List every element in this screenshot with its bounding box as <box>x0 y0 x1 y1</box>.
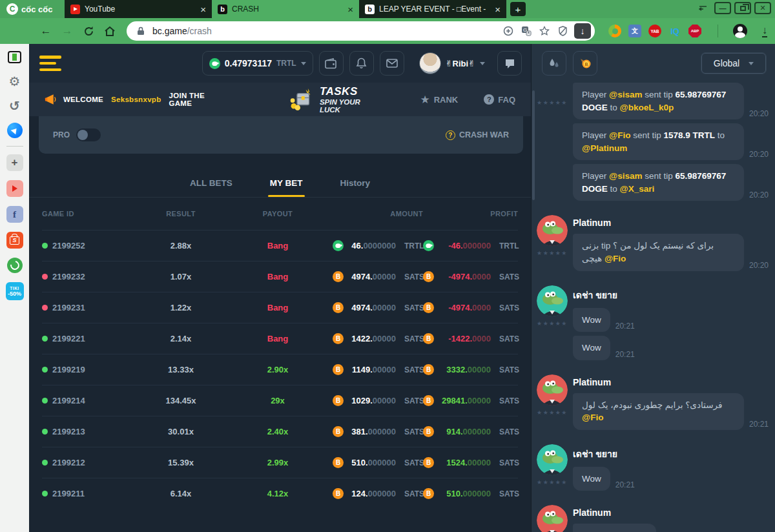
trtl-coin-icon <box>423 240 434 251</box>
browser-titlebar: C cốc cốc YouTube × b CRASH × b LEAP YEA… <box>0 0 775 18</box>
menu-hamburger-button[interactable] <box>39 56 61 71</box>
mention-link[interactable]: @bkoeL_k0p <box>620 103 674 112</box>
sidebar-toggle-icon[interactable] <box>7 49 23 65</box>
home-button[interactable] <box>101 23 118 39</box>
message-time: 20:20 <box>749 190 769 201</box>
mention-link[interactable]: @sisam <box>609 171 642 181</box>
shopee-shortcut-icon[interactable]: S <box>6 232 23 249</box>
minimize-button[interactable]: — <box>714 2 731 14</box>
svg-text:B: B <box>336 490 340 497</box>
tab-leap-year-event[interactable]: b LEAP YEAR EVENT - □Event - × <box>359 0 506 18</box>
tasks-banner-button[interactable]: TASKS SPIN YOUR LUCK <box>289 85 374 114</box>
avatar[interactable] <box>537 444 568 475</box>
mention-link[interactable]: @Fio <box>609 130 630 140</box>
avatar[interactable] <box>537 374 568 405</box>
address-bar[interactable]: bc.game/crash G ↓ <box>127 21 595 41</box>
table-row[interactable]: 2199211 6.14x 4.12x B124.000000SATS B510… <box>42 478 518 509</box>
status-dot <box>42 460 48 466</box>
shield-adblock-icon[interactable] <box>556 25 569 37</box>
rank-button[interactable]: ★ RANK <box>420 94 458 105</box>
table-row[interactable]: 2199212 15.39x 2.99x B510.000000SATS B15… <box>42 447 518 478</box>
sats-coin-icon: B <box>423 395 434 406</box>
mention-link[interactable]: @Fio <box>604 254 626 263</box>
user-avatar[interactable] <box>419 52 441 74</box>
tab-my-bet[interactable]: MY BET <box>270 178 303 197</box>
svg-text:B: B <box>336 459 340 466</box>
zoom-page-icon[interactable] <box>502 25 515 37</box>
message-time: 20:21 <box>749 420 769 430</box>
tab-crash-active[interactable]: b CRASH × <box>212 0 359 18</box>
browser-brand: C cốc cốc <box>0 3 65 15</box>
avatar[interactable] <box>537 505 568 532</box>
messenger-icon[interactable] <box>7 123 23 138</box>
table-row[interactable]: 2199213 30.01x 2.40x B381.000000SATS B91… <box>42 416 518 447</box>
restore-button[interactable] <box>734 2 751 14</box>
notifications-bell-button[interactable] <box>349 51 374 76</box>
facebook-shortcut-icon[interactable]: f <box>6 206 23 223</box>
iq-extension-icon[interactable]: IQ <box>668 25 681 37</box>
user-menu[interactable]: ✌Ribi✌ <box>419 52 485 74</box>
tab-close-icon[interactable]: × <box>495 5 501 14</box>
translate-extension-icon[interactable]: 文 <box>628 25 641 37</box>
browser-profile-avatar[interactable] <box>733 24 747 38</box>
mention-link[interactable]: @Fio <box>582 413 603 422</box>
mention-link[interactable]: @X_sari <box>620 184 655 194</box>
bookmark-star-icon[interactable] <box>538 25 551 37</box>
tab-search-icon[interactable] <box>694 2 711 14</box>
close-window-button[interactable]: ✕ <box>754 2 771 14</box>
table-row[interactable]: 2199252 2.88x Bang 46.0000000TRTL -46.00… <box>42 230 518 261</box>
tab-youtube[interactable]: YouTube × <box>65 0 212 18</box>
avatar[interactable] <box>537 285 568 316</box>
downloads-tray-icon[interactable]: ↓ <box>762 25 767 37</box>
youtube-shortcut-icon[interactable] <box>6 180 23 197</box>
wallet-button[interactable] <box>319 51 344 76</box>
chat-bubble: @Fio بازم مرسی <box>573 524 656 532</box>
table-row[interactable]: 2199214 134.45x 29x B1029.00000SATS B298… <box>42 385 518 416</box>
faq-button[interactable]: ? FAQ <box>484 94 515 105</box>
balance-currency: TRTL <box>276 59 296 68</box>
translate-page-icon[interactable]: G <box>520 25 533 37</box>
coin-rain-button[interactable] <box>542 51 566 76</box>
reload-button[interactable] <box>80 23 97 39</box>
tiki-promo-icon[interactable]: TIKI-50% <box>6 282 24 300</box>
tab-close-icon[interactable]: × <box>347 5 353 14</box>
mention-link[interactable]: @Platinum <box>582 143 627 153</box>
pro-toggle[interactable] <box>76 128 101 141</box>
messages-envelope-button[interactable] <box>380 51 404 76</box>
welcome-message: WELCOMESeksbsnxvpbJOIN THE GAME <box>63 92 207 107</box>
table-row[interactable]: 2199219 13.33x 2.90x B1149.00000SATS B33… <box>42 354 518 385</box>
chat-toggle-button[interactable] <box>497 51 522 76</box>
new-tab-button[interactable]: + <box>510 2 526 16</box>
user-level-stars: ★★★★★ <box>537 479 568 486</box>
adblock-plus-extension-icon[interactable]: ABP <box>688 25 701 37</box>
message-time: 20:21 <box>615 350 635 360</box>
avatar[interactable] <box>537 215 568 246</box>
tab-all-bets[interactable]: ALL BETS <box>190 178 232 197</box>
yab-extension-icon[interactable]: YAB <box>648 25 661 37</box>
history-icon[interactable]: ↺ <box>7 98 23 114</box>
mention-link[interactable]: @sisam <box>609 90 642 99</box>
tab-close-icon[interactable]: × <box>200 5 206 14</box>
treasure-chest-icon <box>289 87 315 112</box>
back-button[interactable]: ← <box>37 23 54 39</box>
coccoc-savior-extension-icon[interactable] <box>608 25 621 37</box>
table-row[interactable]: 2199231 1.22x Bang B4974.00000SATS B-497… <box>42 292 518 323</box>
fireball-tip-button[interactable]: B <box>573 51 597 76</box>
forward-button[interactable]: → <box>59 23 76 39</box>
add-shortcut-button[interactable]: + <box>6 154 23 171</box>
chat-channel-selector[interactable]: Global <box>701 53 766 74</box>
chat-scrollbar[interactable] <box>532 90 535 200</box>
toolbar-divider <box>718 25 718 37</box>
tab-history[interactable]: History <box>340 178 371 197</box>
coccoc-newtab-icon[interactable] <box>7 258 23 273</box>
status-dot <box>42 243 48 249</box>
crash-war-link[interactable]: ? CRASH WAR <box>446 130 509 140</box>
sats-coin-icon: B <box>423 333 434 344</box>
browser-sidebar: ⚙ ↺ + f S TIKI-50% <box>0 44 29 532</box>
table-row[interactable]: 2199221 2.14x Bang B1422.00000SATS B-142… <box>42 323 518 354</box>
table-row[interactable]: 2199232 1.07x Bang B4974.00000SATS B-497… <box>42 261 518 292</box>
svg-text:B: B <box>426 459 431 466</box>
settings-gear-icon[interactable]: ⚙ <box>7 74 23 89</box>
download-video-button[interactable]: ↓ <box>574 23 591 39</box>
balance-selector[interactable]: 0.47973117 TRTL <box>202 51 313 76</box>
